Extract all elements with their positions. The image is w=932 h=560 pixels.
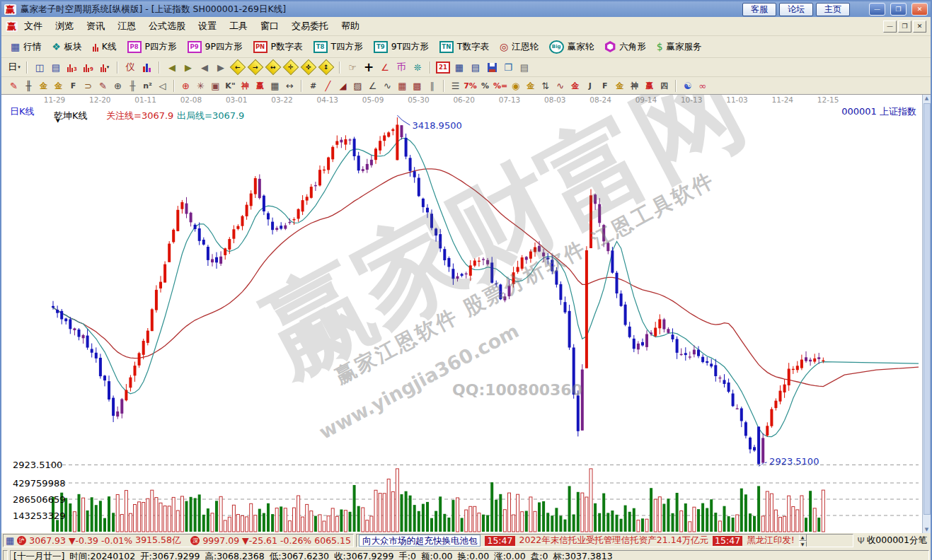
- market-board-icon[interactable]: ◫: [33, 60, 47, 74]
- angle-tool-icon[interactable]: ∠: [378, 60, 392, 74]
- gann-draw-tool-16[interactable]: 神: [238, 79, 252, 92]
- toolbar-button-gann-wheel[interactable]: ◎江恩轮: [497, 40, 541, 54]
- gann-draw-tool-45[interactable]: 四: [657, 79, 671, 92]
- calculator-icon[interactable]: ▦: [452, 60, 466, 74]
- kline-chart[interactable]: 11-2912-2001-1102-0803-0103-2204-1305-09…: [1, 95, 923, 533]
- gann-draw-tool-5[interactable]: ⊃: [81, 79, 95, 92]
- menu-item[interactable]: 设置: [192, 18, 223, 35]
- gann-draw-tool-31[interactable]: ☰: [449, 79, 462, 92]
- mdi-control-button[interactable]: ❐: [898, 21, 911, 33]
- cross-move-icon[interactable]: ✛: [283, 60, 299, 74]
- gann-draw-tool-19[interactable]: ↔: [283, 79, 297, 92]
- scroll-down-icon[interactable]: ▼: [923, 526, 931, 533]
- gann-teal-tool-icon[interactable]: ❊: [410, 60, 425, 74]
- gann-draw-tool-13[interactable]: ✳: [194, 79, 207, 92]
- gann-draw-tool-4[interactable]: F: [67, 79, 80, 92]
- gann-draw-tool-35[interactable]: ◉: [509, 79, 522, 92]
- news-scroll-spinner[interactable]: ▲▼: [799, 534, 807, 547]
- shanghai-index-icon[interactable]: 沪: [17, 536, 26, 545]
- gann-draw-tool-47[interactable]: ☯: [681, 79, 694, 92]
- save-icon[interactable]: [485, 60, 499, 74]
- menu-item[interactable]: 帮助: [335, 18, 366, 35]
- gann-draw-tool-33[interactable]: %: [478, 79, 492, 92]
- toolbar-button-winner-wheel[interactable]: Big赢家轮: [547, 39, 597, 55]
- gann-draw-tool-25[interactable]: ∠: [366, 79, 379, 92]
- gann-draw-tool-6[interactable]: ✎: [96, 79, 110, 92]
- next-bar-icon[interactable]: ▶: [214, 60, 228, 74]
- gann-draw-tool-34[interactable]: %=: [493, 79, 507, 92]
- shift-left-icon[interactable]: ←: [230, 60, 246, 74]
- scroll-up-icon[interactable]: ▲: [923, 95, 931, 102]
- gann-draw-tool-24[interactable]: ▨: [351, 79, 364, 92]
- minimize-button[interactable]: —: [869, 3, 885, 16]
- prev-bar-icon[interactable]: ◀: [197, 60, 212, 74]
- first-bar-icon[interactable]: ◀: [165, 60, 179, 74]
- copy-icon[interactable]: ❐: [501, 60, 515, 74]
- gann-draw-tool-1[interactable]: ╫: [22, 79, 35, 92]
- gann-draw-tool-48[interactable]: ∞: [696, 79, 709, 92]
- gann-draw-tool-22[interactable]: ╱: [321, 79, 335, 92]
- gann-draw-tool-29[interactable]: ∥: [425, 79, 439, 92]
- news-item-text[interactable]: 黑龙江印发!: [747, 535, 795, 547]
- gann-draw-tool-37[interactable]: ⇅: [539, 79, 552, 92]
- crosshair-icon[interactable]: +: [362, 60, 376, 74]
- k3-icon[interactable]: 3: [65, 60, 79, 74]
- toolbar-button-9t-square[interactable]: T99T四方形: [372, 40, 431, 54]
- toolbar-button-kline[interactable]: K线: [91, 40, 119, 54]
- gann-draw-tool-41[interactable]: F: [598, 79, 611, 92]
- gann-purple-tool-icon[interactable]: 币: [394, 60, 408, 74]
- gann-draw-tool-3[interactable]: 金: [52, 79, 65, 92]
- period-selector[interactable]: 日▾: [7, 60, 21, 74]
- gann-draw-tool-36[interactable]: 金: [524, 79, 537, 92]
- gann-draw-tool-27[interactable]: ▦: [396, 79, 409, 92]
- menu-item[interactable]: 资讯: [80, 18, 111, 35]
- menu-item[interactable]: 文件: [18, 18, 49, 35]
- menu-item[interactable]: 交易委托: [285, 18, 335, 35]
- chart-area[interactable]: 11-2912-2001-1102-0803-0103-2204-1305-09…: [1, 95, 931, 533]
- toolbar-button-9p-square[interactable]: P99P四方形: [185, 40, 245, 54]
- toolbar-button-p-number-table[interactable]: PNP数字表: [251, 40, 305, 54]
- indicator-dropdown-icon[interactable]: ▼: [56, 118, 59, 124]
- gann-draw-tool-44[interactable]: 赢: [643, 79, 656, 92]
- toolbar-button-quotes[interactable]: ▦行情: [8, 40, 43, 54]
- info-panel-icon[interactable]: ▤: [49, 60, 63, 74]
- toolbar-button-t-square[interactable]: T8T四方形: [311, 40, 365, 54]
- restore-button[interactable]: ❐: [890, 3, 907, 16]
- gann-draw-tool-15[interactable]: K": [224, 79, 237, 92]
- gann-draw-tool-0[interactable]: ✎: [7, 79, 21, 92]
- menu-item[interactable]: 公式选股: [142, 18, 192, 35]
- expand-horizontal-icon[interactable]: ↔: [265, 60, 281, 74]
- period-label[interactable]: 日K线: [10, 105, 35, 118]
- close-button[interactable]: ✕: [911, 3, 928, 16]
- gann-draw-tool-40[interactable]: J: [583, 79, 597, 92]
- shift-vertical-icon[interactable]: ↕: [318, 60, 334, 74]
- gann-draw-tool-28[interactable]: ▩: [410, 79, 424, 92]
- menu-item[interactable]: 江恩: [111, 18, 142, 35]
- gann-draw-tool-42[interactable]: 金: [613, 79, 626, 92]
- pan-hand-icon[interactable]: ☞: [345, 60, 359, 74]
- gann-draw-tool-8[interactable]: ╫: [126, 79, 139, 92]
- mdi-control-button[interactable]: —: [883, 21, 897, 33]
- news-headline[interactable]: 向大众市场的超充快换电池包: [359, 535, 481, 547]
- quote-grid-icon[interactable]: ▦: [6, 535, 14, 546]
- spin-down-icon[interactable]: ▼: [799, 541, 807, 548]
- gann-draw-tool-2[interactable]: 金: [37, 79, 50, 92]
- calendar-icon[interactable]: 21: [436, 60, 450, 74]
- gann-draw-tool-38[interactable]: ∿: [553, 79, 567, 92]
- titlebar-button[interactable]: 客服: [742, 3, 776, 16]
- gann-draw-tool-23[interactable]: ◢: [336, 79, 350, 92]
- gann-draw-tool-17[interactable]: 赢: [253, 79, 267, 92]
- gann-draw-tool-12[interactable]: ⊕: [179, 79, 192, 92]
- titlebar-button[interactable]: 主页: [816, 3, 850, 16]
- toolbar-button-winner-service[interactable]: $赢家服务: [655, 40, 704, 54]
- scrollbar-thumb[interactable]: [924, 103, 931, 515]
- menu-item[interactable]: 浏览: [49, 18, 80, 35]
- gann-draw-tool-43[interactable]: 神: [628, 79, 641, 92]
- gann-draw-tool-21[interactable]: #: [306, 79, 320, 92]
- toolbar-button-hexagon[interactable]: 六角形: [602, 40, 648, 54]
- toolbar-button-sectors[interactable]: ❖板块: [50, 40, 84, 54]
- menu-item[interactable]: 工具: [223, 18, 254, 35]
- menu-item[interactable]: 窗口: [254, 18, 285, 35]
- gann-draw-tool-26[interactable]: ∿: [381, 79, 394, 92]
- last-bar-icon[interactable]: ▶: [181, 60, 195, 74]
